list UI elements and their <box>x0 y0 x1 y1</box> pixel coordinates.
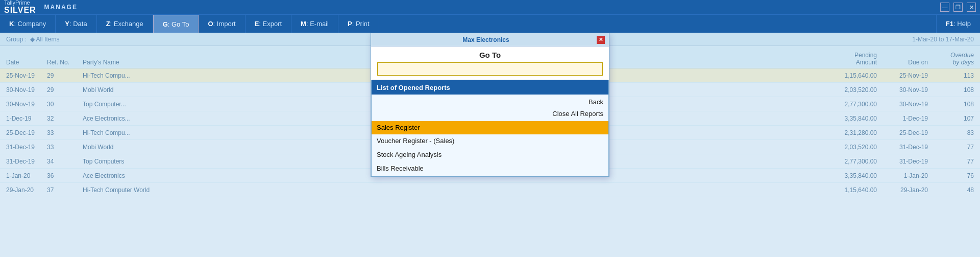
app-logo-bottom: SILVER <box>4 6 36 15</box>
menu-item-data[interactable]: Y: Data <box>56 15 96 33</box>
menu-item-exchange[interactable]: Z: Exchange <box>97 15 153 33</box>
goto-dialog: Max Electronics ✕ Go To List of Opened R… <box>371 33 609 177</box>
report-item-sales-register[interactable]: Sales Register <box>372 121 608 135</box>
content-area: Group : ◆ All Items 1-Mar-20 to 17-Mar-2… <box>0 33 980 257</box>
menu-label-email: M: E-mail <box>301 20 329 28</box>
maximize-button[interactable]: ❐ <box>953 3 963 12</box>
close-button[interactable]: ✕ <box>967 3 976 12</box>
report-list-items: Sales Register Voucher Register - (Sales… <box>372 121 608 176</box>
app-logo-top: TallyPrime <box>4 0 36 6</box>
modal-search-area <box>371 62 609 80</box>
title-bar-controls: — ❐ ✕ <box>940 3 976 12</box>
modal-title-bar: Max Electronics ✕ <box>371 33 609 46</box>
menu-label-goto: G: Go To <box>163 20 189 28</box>
minimize-button[interactable]: — <box>940 3 949 12</box>
menu-label-data: Y: Data <box>65 20 87 28</box>
menu-item-print[interactable]: P: Print <box>338 15 379 33</box>
report-item-voucher-register[interactable]: Voucher Register - (Sales) <box>372 134 608 148</box>
title-bar: TallyPrime SILVER MANAGE — ❐ ✕ <box>0 0 980 14</box>
menu-item-company[interactable]: K: Company <box>0 15 56 33</box>
menu-label-import: O: Import <box>208 20 235 28</box>
menu-item-import[interactable]: O: Import <box>199 15 245 33</box>
report-list-actions: Back Close All Reports <box>372 95 608 121</box>
goto-search-input[interactable] <box>377 62 603 76</box>
menu-item-email[interactable]: M: E-mail <box>291 15 338 33</box>
menu-label-print: P: Print <box>348 20 370 28</box>
menu-label-exchange: Z: Exchange <box>106 20 143 28</box>
app-logo: TallyPrime SILVER <box>4 0 36 15</box>
menu-label-export: E: Export <box>255 20 282 28</box>
action-close-all[interactable]: Close All Reports <box>552 108 603 120</box>
menu-label-help: F1: Help <box>946 20 971 28</box>
menu-label-company: K: Company <box>9 20 46 28</box>
report-item-bills-receivable[interactable]: Bills Receivable <box>372 162 608 176</box>
report-list-body: Back Close All Reports Sales Register Vo… <box>372 95 608 176</box>
report-list-container: List of Opened Reports Back Close All Re… <box>371 80 609 176</box>
modal-overlay: Max Electronics ✕ Go To List of Opened R… <box>0 33 980 257</box>
menu-bar: K: Company Y: Data Z: Exchange G: Go To … <box>0 14 980 33</box>
menu-item-help[interactable]: F1: Help <box>936 15 980 33</box>
modal-close-button[interactable]: ✕ <box>597 36 605 44</box>
title-bar-left: TallyPrime SILVER MANAGE <box>4 0 78 15</box>
manage-label: MANAGE <box>44 4 78 11</box>
action-back[interactable]: Back <box>589 97 603 108</box>
menu-item-export[interactable]: E: Export <box>246 15 291 33</box>
modal-company-name: Max Electronics <box>375 36 597 43</box>
modal-heading: Go To <box>371 46 609 62</box>
report-item-stock-ageing[interactable]: Stock Ageing Analysis <box>372 148 608 162</box>
report-list-header: List of Opened Reports <box>372 80 608 95</box>
menu-item-goto[interactable]: G: Go To <box>153 15 199 33</box>
